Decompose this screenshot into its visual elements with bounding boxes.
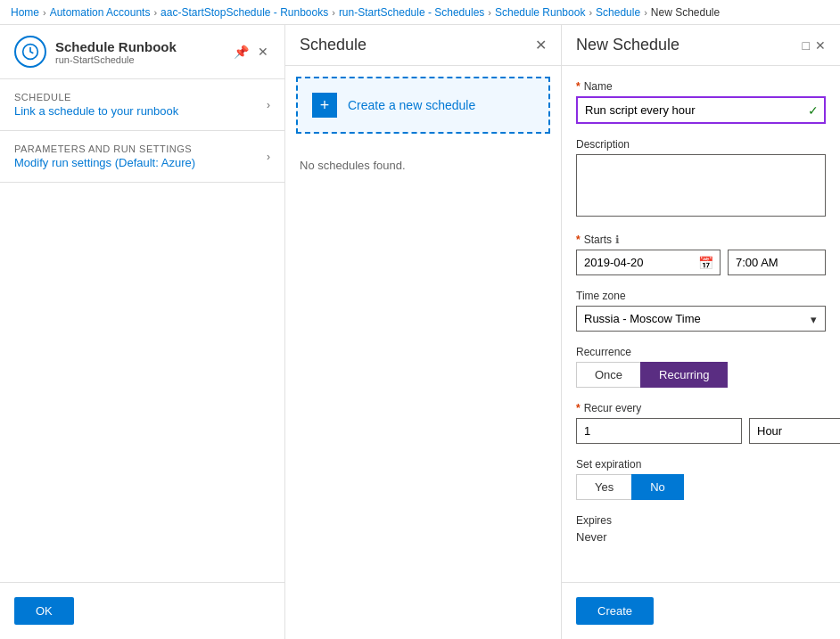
right-panel-close-button[interactable]: ✕ (815, 38, 826, 53)
starts-required-indicator: * (576, 233, 581, 246)
no-schedules-message: No schedules found. (285, 144, 561, 186)
timezone-label: Time zone (576, 290, 626, 302)
starts-label: Starts (584, 233, 612, 246)
expiration-yes-button[interactable]: Yes (576, 474, 631, 500)
schedule-nav-value: Link a schedule to your runbook (14, 104, 178, 118)
recurrence-toggle: Once Recurring (576, 362, 826, 388)
breadcrumb: Home › Automation Accounts › aac-StartSt… (0, 0, 840, 25)
right-panel-header: New Schedule □ ✕ (562, 25, 840, 66)
right-panel-content: * Name ✓ Description * Starts (562, 66, 840, 582)
expiration-toggle: Yes No (576, 474, 826, 500)
left-panel: Schedule Runbook run-StartSchedule 📌 ✕ S… (0, 25, 285, 639)
recur-every-field-group: * Recur every Hour Minute Day Week Month (576, 402, 826, 444)
parameters-nav-item[interactable]: Parameters and run settings Modify run s… (0, 131, 284, 183)
create-new-schedule-button[interactable]: + Create a new schedule (296, 77, 550, 134)
parameters-nav-label: Parameters and run settings (14, 143, 195, 154)
left-panel-subtitle: run-StartSchedule (55, 54, 223, 65)
left-panel-close-button[interactable]: ✕ (256, 43, 270, 61)
name-field-group: * Name ✓ (576, 80, 826, 124)
description-input[interactable] (576, 154, 826, 217)
breadcrumb-current: New Schedule (651, 6, 720, 19)
schedule-runbook-icon (14, 36, 46, 68)
timezone-field-group: Time zone Russia - Moscow Time (576, 290, 826, 332)
right-panel-title: New Schedule (576, 36, 679, 54)
name-label: Name (584, 80, 613, 93)
timezone-select[interactable]: Russia - Moscow Time (576, 306, 826, 332)
middle-header: Schedule ✕ (285, 25, 561, 66)
parameters-nav-value: Modify run settings (Default: Azure) (14, 156, 195, 169)
set-expiration-field-group: Set expiration Yes No (576, 458, 826, 500)
starts-time-input[interactable] (728, 250, 826, 275)
parameters-nav-chevron: › (267, 151, 270, 163)
middle-panel-title: Schedule (300, 36, 366, 54)
left-panel-title: Schedule Runbook (55, 39, 223, 54)
recur-unit-select[interactable]: Hour Minute Day Week Month (749, 418, 840, 444)
name-required-indicator: * (576, 80, 581, 93)
right-panel: New Schedule □ ✕ * Name ✓ (562, 25, 840, 639)
recur-number-input[interactable] (576, 418, 742, 444)
expires-label: Expires (576, 514, 612, 527)
recurrence-label: Recurrence (576, 346, 631, 358)
starts-field-group: * Starts ℹ 📅 (576, 233, 826, 275)
panel-header: Schedule Runbook run-StartSchedule 📌 ✕ (0, 25, 284, 79)
recurrence-recurring-button[interactable]: Recurring (640, 362, 728, 388)
breadcrumb-schedule[interactable]: Schedule (596, 6, 640, 19)
schedule-nav-chevron: › (267, 99, 270, 111)
starts-info-icon[interactable]: ℹ (615, 233, 620, 246)
name-input[interactable] (576, 96, 826, 124)
expiration-no-button[interactable]: No (631, 474, 684, 500)
set-expiration-label: Set expiration (576, 458, 641, 471)
schedule-nav-item[interactable]: Schedule Link a schedule to your runbook… (0, 79, 284, 131)
expires-value: Never (576, 530, 826, 544)
name-check-icon: ✓ (808, 103, 819, 118)
calendar-icon[interactable]: 📅 (698, 256, 713, 270)
ok-button[interactable]: OK (14, 597, 74, 625)
recur-every-required-indicator: * (576, 402, 581, 414)
breadcrumb-schedules[interactable]: run-StartSchedule - Schedules (339, 6, 484, 19)
description-field-group: Description (576, 138, 826, 219)
pin-button[interactable]: 📌 (232, 43, 251, 61)
maximize-button[interactable]: □ (803, 38, 810, 53)
breadcrumb-home[interactable]: Home (11, 6, 39, 19)
recurrence-once-button[interactable]: Once (576, 362, 640, 388)
right-panel-footer: Create (562, 582, 840, 639)
create-plus-icon: + (312, 93, 337, 118)
schedule-nav-label: Schedule (14, 92, 178, 102)
expires-field-group: Expires Never (576, 514, 826, 544)
breadcrumb-automation-accounts[interactable]: Automation Accounts (50, 6, 151, 19)
middle-panel-close-button[interactable]: ✕ (535, 37, 547, 53)
recur-every-label: Recur every (584, 402, 642, 414)
create-button[interactable]: Create (576, 597, 654, 625)
middle-panel: Schedule ✕ + Create a new schedule No sc… (285, 25, 562, 639)
create-new-schedule-label: Create a new schedule (348, 98, 475, 112)
recurrence-field-group: Recurrence Once Recurring (576, 346, 826, 388)
description-label: Description (576, 138, 630, 151)
breadcrumb-schedule-runbook[interactable]: Schedule Runbook (495, 6, 585, 19)
breadcrumb-runbooks[interactable]: aac-StartStopSchedule - Runbooks (161, 6, 328, 19)
